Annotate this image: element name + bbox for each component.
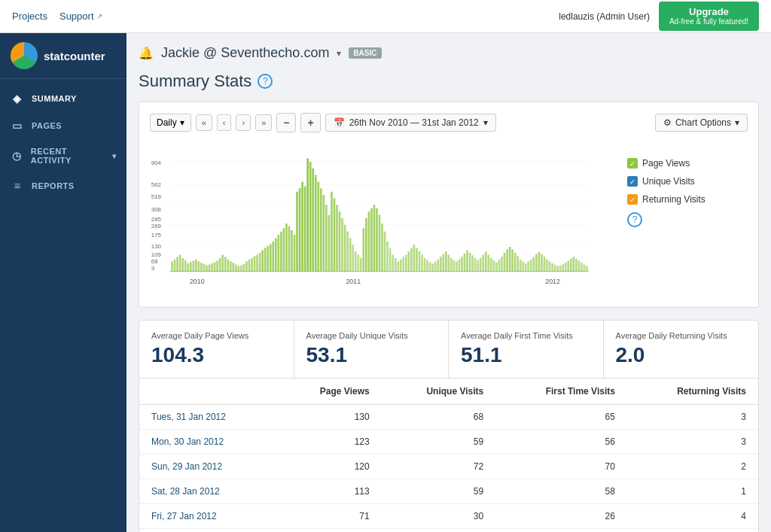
cell-returning: 3 [627, 430, 758, 454]
svg-rect-40 [230, 261, 232, 271]
nav-next-btn[interactable]: › [236, 114, 251, 131]
date-range-btn[interactable]: 📅 26th Nov 2010 — 31st Jan 2012 ▾ [325, 114, 496, 132]
svg-rect-162 [554, 265, 556, 272]
chart-options-btn[interactable]: ⚙ Chart Options ▾ [655, 114, 748, 132]
nav-projects[interactable]: Projects [12, 11, 47, 22]
svg-rect-103 [397, 261, 399, 271]
upgrade-sub: Ad-free & fully featured! [669, 17, 748, 26]
app-body: statcounter ◈ Summary ▭ Pages ◷ Recent A… [0, 33, 771, 532]
sidebar-logo: statcounter [0, 33, 126, 79]
sidebar-item-recent-activity[interactable]: ◷ Recent Activity ▾ [0, 139, 126, 172]
svg-rect-57 [275, 238, 277, 271]
svg-rect-21 [179, 255, 181, 272]
svg-rect-55 [270, 244, 272, 271]
svg-rect-33 [211, 263, 213, 272]
svg-rect-128 [464, 254, 466, 272]
svg-rect-72 [315, 175, 317, 272]
nav-first-btn[interactable]: « [196, 114, 212, 131]
header-right: ledlauzis (Admin User) Upgrade Ad-free &… [559, 2, 759, 32]
svg-rect-138 [490, 258, 492, 272]
svg-rect-65 [296, 192, 298, 272]
returning-avg-value: 2.0 [616, 343, 747, 367]
svg-rect-37 [221, 255, 224, 272]
site-badge: BASIC [349, 47, 381, 59]
page-views-checkbox[interactable]: ✓ [627, 158, 638, 169]
upgrade-label: Upgrade [689, 6, 729, 17]
cell-page-views: 123 [278, 430, 382, 454]
top-header: Projects Support ↗ ledlauzis (Admin User… [0, 0, 771, 33]
svg-rect-107 [408, 251, 410, 271]
cell-first-time: 70 [495, 454, 627, 479]
svg-text:109: 109 [151, 251, 162, 258]
svg-rect-124 [453, 260, 456, 272]
svg-rect-59 [280, 232, 282, 272]
svg-rect-118 [437, 260, 439, 272]
svg-rect-62 [288, 226, 291, 272]
header-nav: Projects Support ↗ [12, 11, 102, 22]
cell-returning: 1 [627, 479, 758, 504]
cell-date: Tues, 31 Jan 2012 [139, 405, 278, 430]
sidebar-item-pages[interactable]: ▭ Pages [0, 112, 126, 139]
sidebar-item-reports[interactable]: ≡ Reports [0, 172, 126, 199]
zoom-in-btn[interactable]: + [300, 113, 320, 132]
svg-rect-129 [466, 250, 468, 271]
svg-rect-94 [373, 205, 376, 271]
help-icon[interactable]: ? [258, 74, 273, 89]
svg-rect-58 [278, 235, 280, 272]
legend-unique-visits: ✓ Unique Visits [627, 176, 748, 187]
svg-rect-26 [193, 261, 195, 272]
svg-rect-155 [535, 254, 538, 272]
svg-rect-146 [511, 249, 513, 271]
svg-rect-32 [209, 265, 211, 272]
unique-visits-checkbox[interactable]: ✓ [627, 176, 638, 187]
table-body: Tues, 31 Jan 2012 130 68 65 3 Mon, 30 Ja… [139, 405, 758, 533]
svg-rect-74 [320, 188, 322, 271]
upgrade-button[interactable]: Upgrade Ad-free & fully featured! [659, 2, 759, 32]
nav-last-btn[interactable]: » [255, 114, 272, 131]
sidebar-item-summary[interactable]: ◈ Summary [0, 85, 126, 112]
svg-rect-66 [299, 188, 301, 271]
svg-rect-112 [421, 255, 423, 272]
svg-rect-54 [267, 246, 269, 272]
svg-rect-43 [238, 266, 240, 272]
cell-date: Mon, 30 Jan 2012 [139, 430, 278, 454]
svg-rect-29 [200, 263, 203, 271]
svg-rect-116 [431, 263, 434, 272]
svg-rect-167 [567, 261, 569, 272]
period-select[interactable]: Daily ▾ [150, 114, 191, 132]
nav-support[interactable]: Support [59, 11, 94, 22]
stat-first-time: Average Daily First Time Visits 51.1 [449, 321, 604, 378]
chart-help-icon[interactable]: ? [627, 212, 642, 227]
summary-icon: ◈ [11, 93, 24, 105]
nav-prev-btn[interactable]: ‹ [217, 114, 232, 131]
svg-rect-117 [434, 261, 437, 271]
svg-text:2010: 2010 [190, 278, 205, 285]
recent-activity-icon: ◷ [11, 150, 23, 162]
gear-icon: ⚙ [663, 117, 672, 128]
chart-area: 904 562 519 308 285 269 175 130 109 68 3 [150, 143, 748, 296]
svg-rect-161 [551, 263, 553, 272]
cell-returning: 0 [627, 529, 758, 533]
svg-rect-100 [389, 248, 392, 272]
site-header-bar: 🔔 Jackie @ Seventhecho.com ▾ BASIC [139, 45, 759, 61]
cell-unique-visits: 72 [382, 454, 496, 479]
sidebar-item-reports-label: Reports [32, 181, 75, 190]
svg-rect-64 [294, 235, 296, 272]
svg-rect-165 [562, 264, 564, 272]
svg-rect-47 [248, 260, 251, 272]
svg-rect-163 [556, 266, 559, 272]
site-chevron-icon[interactable]: ▾ [337, 48, 341, 59]
svg-rect-123 [450, 258, 453, 272]
svg-rect-133 [477, 260, 479, 272]
unique-visits-avg-value: 53.1 [306, 343, 437, 367]
svg-rect-27 [195, 260, 197, 272]
svg-rect-68 [304, 187, 306, 272]
svg-text:130: 130 [151, 243, 162, 250]
unique-visits-avg-label: Average Daily Unique Visits [306, 331, 437, 340]
svg-rect-140 [495, 262, 498, 271]
svg-rect-89 [360, 258, 362, 272]
chevron-down-icon: ▾ [112, 152, 117, 160]
zoom-out-btn[interactable]: − [276, 113, 296, 132]
sidebar: statcounter ◈ Summary ▭ Pages ◷ Recent A… [0, 33, 126, 532]
returning-visits-checkbox[interactable]: ✓ [627, 194, 638, 205]
